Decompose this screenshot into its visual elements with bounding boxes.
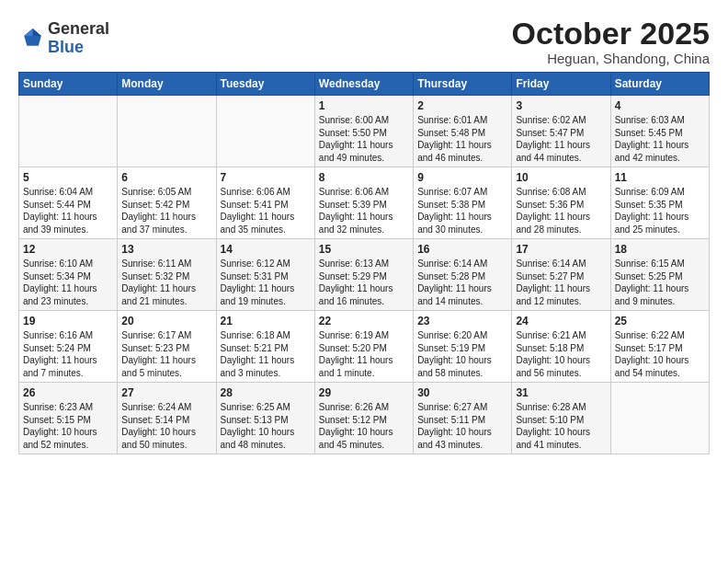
cell-content: Sunrise: 6:15 AM Sunset: 5:25 PM Dayligh… (615, 258, 705, 307)
cell-content: Sunrise: 6:22 AM Sunset: 5:17 PM Dayligh… (615, 329, 705, 379)
svg-marker-1 (33, 29, 41, 36)
calendar-cell: 31Sunrise: 6:28 AM Sunset: 5:10 PM Dayli… (512, 383, 610, 454)
calendar-cell: 16Sunrise: 6:14 AM Sunset: 5:28 PM Dayli… (414, 239, 512, 311)
calendar-cell: 25Sunrise: 6:22 AM Sunset: 5:17 PM Dayli… (610, 311, 709, 383)
day-number: 8 (319, 171, 409, 184)
cell-content: Sunrise: 6:23 AM Sunset: 5:15 PM Dayligh… (23, 401, 113, 451)
weekday-header: Saturday (610, 73, 709, 96)
day-number: 15 (319, 243, 409, 256)
month-title: October 2025 (512, 17, 710, 51)
cell-content: Sunrise: 6:25 AM Sunset: 5:13 PM Dayligh… (221, 401, 311, 451)
calendar-cell: 22Sunrise: 6:19 AM Sunset: 5:20 PM Dayli… (314, 311, 413, 383)
day-number: 2 (417, 99, 507, 112)
weekday-header: Tuesday (216, 73, 314, 96)
calendar-cell (118, 96, 216, 167)
calendar-cell (610, 383, 709, 454)
calendar-cell: 15Sunrise: 6:13 AM Sunset: 5:29 PM Dayli… (314, 239, 413, 311)
day-number: 29 (319, 386, 409, 399)
day-number: 13 (121, 243, 211, 256)
cell-content: Sunrise: 6:06 AM Sunset: 5:41 PM Dayligh… (221, 186, 311, 236)
day-number: 24 (516, 315, 606, 327)
cell-content: Sunrise: 6:28 AM Sunset: 5:10 PM Dayligh… (516, 401, 606, 451)
weekday-header: Sunday (19, 73, 118, 96)
calendar-week-row: 12Sunrise: 6:10 AM Sunset: 5:34 PM Dayli… (19, 239, 710, 311)
cell-content: Sunrise: 6:21 AM Sunset: 5:18 PM Dayligh… (516, 329, 606, 379)
day-number: 7 (221, 171, 311, 184)
calendar-cell: 10Sunrise: 6:08 AM Sunset: 5:36 PM Dayli… (512, 167, 610, 239)
header-area: General Blue October 2025 Heguan, Shando… (18, 17, 710, 66)
weekday-header: Wednesday (314, 73, 413, 96)
calendar-week-row: 26Sunrise: 6:23 AM Sunset: 5:15 PM Dayli… (19, 383, 710, 454)
calendar-week-row: 19Sunrise: 6:16 AM Sunset: 5:24 PM Dayli… (19, 311, 710, 383)
cell-content: Sunrise: 6:11 AM Sunset: 5:32 PM Dayligh… (121, 258, 211, 307)
day-number: 20 (121, 315, 211, 327)
location-title: Heguan, Shandong, China (512, 51, 710, 66)
day-number: 27 (121, 386, 211, 399)
day-number: 30 (417, 386, 507, 399)
cell-content: Sunrise: 6:06 AM Sunset: 5:39 PM Dayligh… (319, 186, 409, 236)
day-number: 23 (417, 315, 507, 327)
calendar-cell: 26Sunrise: 6:23 AM Sunset: 5:15 PM Dayli… (19, 383, 118, 454)
cell-content: Sunrise: 6:19 AM Sunset: 5:20 PM Dayligh… (319, 329, 409, 379)
calendar-cell: 6Sunrise: 6:05 AM Sunset: 5:42 PM Daylig… (118, 167, 216, 239)
cell-content: Sunrise: 6:04 AM Sunset: 5:44 PM Dayligh… (23, 186, 113, 236)
day-number: 16 (417, 243, 507, 256)
cell-content: Sunrise: 6:10 AM Sunset: 5:34 PM Dayligh… (23, 258, 113, 307)
day-number: 21 (221, 315, 311, 327)
calendar-cell: 5Sunrise: 6:04 AM Sunset: 5:44 PM Daylig… (19, 167, 118, 239)
logo: General Blue (18, 20, 109, 57)
day-number: 25 (615, 315, 705, 327)
calendar-cell: 1Sunrise: 6:00 AM Sunset: 5:50 PM Daylig… (314, 96, 413, 167)
day-number: 17 (516, 243, 606, 256)
calendar-cell: 29Sunrise: 6:26 AM Sunset: 5:12 PM Dayli… (314, 383, 413, 454)
cell-content: Sunrise: 6:08 AM Sunset: 5:36 PM Dayligh… (516, 186, 606, 236)
cell-content: Sunrise: 6:17 AM Sunset: 5:23 PM Dayligh… (121, 329, 211, 379)
calendar-cell: 30Sunrise: 6:27 AM Sunset: 5:11 PM Dayli… (414, 383, 512, 454)
calendar-cell: 19Sunrise: 6:16 AM Sunset: 5:24 PM Dayli… (19, 311, 118, 383)
calendar-cell: 21Sunrise: 6:18 AM Sunset: 5:21 PM Dayli… (216, 311, 314, 383)
calendar-cell: 28Sunrise: 6:25 AM Sunset: 5:13 PM Dayli… (216, 383, 314, 454)
calendar-week-row: 1Sunrise: 6:00 AM Sunset: 5:50 PM Daylig… (19, 96, 710, 167)
cell-content: Sunrise: 6:20 AM Sunset: 5:19 PM Dayligh… (417, 329, 507, 379)
logo-general: General (48, 19, 109, 38)
cell-content: Sunrise: 6:14 AM Sunset: 5:28 PM Dayligh… (417, 258, 507, 307)
day-number: 11 (615, 171, 705, 184)
cell-content: Sunrise: 6:09 AM Sunset: 5:35 PM Dayligh… (615, 186, 705, 236)
calendar-cell: 4Sunrise: 6:03 AM Sunset: 5:45 PM Daylig… (610, 96, 709, 167)
cell-content: Sunrise: 6:12 AM Sunset: 5:31 PM Dayligh… (221, 258, 311, 307)
calendar-table: SundayMondayTuesdayWednesdayThursdayFrid… (18, 72, 710, 454)
day-number: 19 (23, 315, 113, 327)
weekday-header: Thursday (414, 73, 512, 96)
day-number: 31 (516, 386, 606, 399)
logo-text: General Blue (48, 20, 109, 57)
cell-content: Sunrise: 6:26 AM Sunset: 5:12 PM Dayligh… (319, 401, 409, 451)
calendar-cell: 9Sunrise: 6:07 AM Sunset: 5:38 PM Daylig… (414, 167, 512, 239)
weekday-header: Friday (512, 73, 610, 96)
svg-marker-2 (24, 29, 32, 36)
calendar-cell: 24Sunrise: 6:21 AM Sunset: 5:18 PM Dayli… (512, 311, 610, 383)
day-number: 10 (516, 171, 606, 184)
title-area: October 2025 Heguan, Shandong, China (512, 17, 710, 66)
cell-content: Sunrise: 6:18 AM Sunset: 5:21 PM Dayligh… (221, 329, 311, 379)
calendar-cell: 7Sunrise: 6:06 AM Sunset: 5:41 PM Daylig… (216, 167, 314, 239)
day-number: 14 (221, 243, 311, 256)
calendar-week-row: 5Sunrise: 6:04 AM Sunset: 5:44 PM Daylig… (19, 167, 710, 239)
logo-icon (18, 26, 44, 52)
calendar-cell: 17Sunrise: 6:14 AM Sunset: 5:27 PM Dayli… (512, 239, 610, 311)
calendar-cell: 20Sunrise: 6:17 AM Sunset: 5:23 PM Dayli… (118, 311, 216, 383)
calendar-cell: 27Sunrise: 6:24 AM Sunset: 5:14 PM Dayli… (118, 383, 216, 454)
calendar-cell: 8Sunrise: 6:06 AM Sunset: 5:39 PM Daylig… (314, 167, 413, 239)
weekday-header: Monday (118, 73, 216, 96)
page: General Blue October 2025 Heguan, Shando… (0, 0, 728, 464)
day-number: 22 (319, 315, 409, 327)
calendar-header-row: SundayMondayTuesdayWednesdayThursdayFrid… (19, 73, 710, 96)
cell-content: Sunrise: 6:00 AM Sunset: 5:50 PM Dayligh… (319, 114, 409, 164)
calendar-cell: 23Sunrise: 6:20 AM Sunset: 5:19 PM Dayli… (414, 311, 512, 383)
day-number: 18 (615, 243, 705, 256)
calendar-cell: 12Sunrise: 6:10 AM Sunset: 5:34 PM Dayli… (19, 239, 118, 311)
day-number: 4 (615, 99, 705, 112)
day-number: 3 (516, 99, 606, 112)
day-number: 6 (121, 171, 211, 184)
calendar-cell: 18Sunrise: 6:15 AM Sunset: 5:25 PM Dayli… (610, 239, 709, 311)
day-number: 9 (417, 171, 507, 184)
